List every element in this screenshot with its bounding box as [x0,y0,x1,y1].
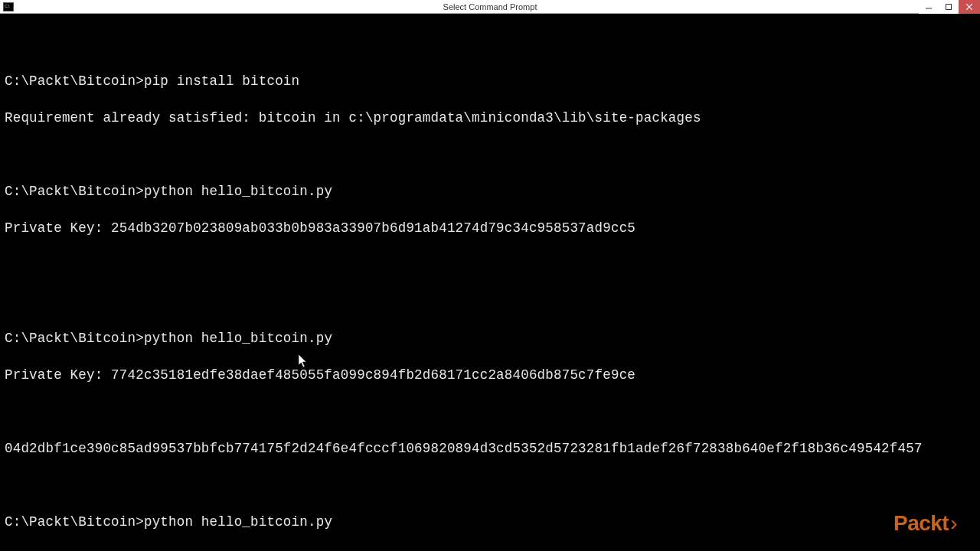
terminal-output[interactable]: ​ C:\Packt\Bitcoin>pip install bitcoin R… [0,14,980,551]
window-title: Select Command Prompt [443,2,537,11]
maximize-icon [946,4,952,10]
command-text: python hello_bitcoin.py [144,514,332,530]
terminal-line: Requirement already satisfied: bitcoin i… [5,109,975,127]
chevron-icon: › [950,511,957,535]
prompt-text: C:\Packt\Bitcoin> [5,184,144,199]
terminal-line: ​ [5,292,975,311]
cmd-icon [3,2,14,11]
terminal-line: C:\Packt\Bitcoin>python hello_bitcoin.py [5,329,975,347]
terminal-line: C:\Packt\Bitcoin>python hello_bitcoin.py [5,182,975,201]
terminal-line: ​ [5,145,975,164]
command-text: python hello_bitcoin.py [144,331,332,346]
terminal-line: Private Key: 254db3207b023809ab033b0b983… [5,219,975,237]
terminal-line: C:\Packt\Bitcoin>python hello_bitcoin.py [5,513,975,531]
command-text: pip install bitcoin [144,73,299,89]
command-text: python hello_bitcoin.py [144,184,332,199]
maximize-button[interactable] [939,0,959,14]
prompt-text: C:\Packt\Bitcoin> [5,73,144,89]
packt-logo: Packt› [893,511,957,536]
terminal-line: 04d2dbf1ce390c85ad99537bbfcb774175f2d24f… [5,439,975,458]
logo-text: Packt [893,511,949,535]
terminal-line: ​ [5,403,975,421]
terminal-line: ​ [5,35,975,54]
close-icon [966,4,972,10]
svg-rect-1 [946,5,952,10]
terminal-line: ​ [5,476,975,494]
minimize-button[interactable] [919,0,939,14]
terminal-line: C:\Packt\Bitcoin>pip install bitcoin [5,72,975,90]
terminal-line: Private Key: 7742c35181edfe38daef485055f… [5,366,975,384]
minimize-icon [926,4,932,10]
close-button[interactable] [959,0,980,14]
prompt-text: C:\Packt\Bitcoin> [5,514,144,530]
window-controls [919,0,980,14]
prompt-text: C:\Packt\Bitcoin> [5,331,144,346]
titlebar: Select Command Prompt [0,0,980,14]
terminal-line: ​ [5,256,975,274]
